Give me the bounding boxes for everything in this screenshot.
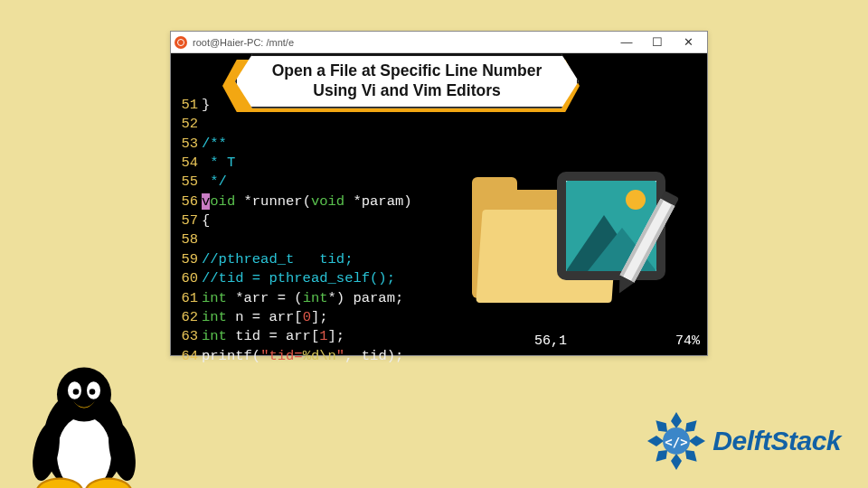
line-number: 60 bbox=[175, 269, 198, 288]
line-number: 52 bbox=[175, 115, 198, 134]
line-content: //tid = pthread_self(); bbox=[202, 269, 395, 288]
line-number: 53 bbox=[175, 135, 198, 154]
cursor-pos: 56,1 bbox=[534, 333, 567, 352]
window-controls: — ☐ ✕ bbox=[611, 33, 703, 52]
line-number: 54 bbox=[175, 154, 198, 173]
maximize-button[interactable]: ☐ bbox=[642, 33, 673, 52]
line-number: 51 bbox=[175, 96, 198, 115]
line-number: 57 bbox=[175, 211, 198, 230]
line-number: 58 bbox=[175, 230, 198, 249]
scroll-pct: 74% bbox=[675, 333, 700, 352]
line-content: { bbox=[202, 211, 210, 230]
headline-line2: Using Vi and Vim Editors bbox=[313, 81, 500, 99]
window-title: root@Haier-PC: /mnt/e bbox=[193, 37, 611, 48]
line-content: void *runner(void *param) bbox=[202, 192, 412, 211]
folder-picture-art bbox=[461, 172, 678, 334]
headline-line1: Open a File at Specific Line Number bbox=[272, 61, 542, 80]
line-content: int n = arr[0]; bbox=[202, 308, 328, 327]
line-content: //pthread_t tid; bbox=[202, 250, 353, 269]
svg-point-2 bbox=[57, 368, 111, 422]
mandala-icon: </> bbox=[646, 410, 707, 472]
line-number: 62 bbox=[175, 308, 198, 327]
line-content: } bbox=[202, 96, 210, 115]
line-content: * T bbox=[202, 154, 235, 173]
line-number: 59 bbox=[175, 250, 198, 269]
line-content: */ bbox=[202, 173, 227, 192]
line-number: 55 bbox=[175, 173, 198, 192]
line-content: int tid = arr[1]; bbox=[202, 327, 344, 346]
brand-name: DelftStack bbox=[712, 426, 841, 456]
svg-text:</>: </> bbox=[665, 435, 688, 449]
delftstack-logo: </> DelftStack bbox=[646, 410, 841, 472]
vim-status: 56,1 74% bbox=[534, 333, 700, 352]
code-line: 53/** bbox=[175, 135, 700, 154]
minimize-button[interactable]: — bbox=[611, 33, 642, 52]
close-button[interactable]: ✕ bbox=[673, 33, 703, 52]
svg-point-5 bbox=[73, 389, 80, 395]
titlebar: root@Haier-PC: /mnt/e — ☐ ✕ bbox=[171, 32, 707, 53]
line-number: 63 bbox=[175, 327, 198, 346]
svg-point-6 bbox=[90, 389, 96, 395]
code-line: 52 bbox=[175, 115, 700, 134]
line-content: /** bbox=[202, 135, 227, 154]
ubuntu-icon bbox=[175, 36, 187, 49]
code-line: 54 * T bbox=[175, 154, 700, 173]
line-number: 64 bbox=[175, 347, 198, 366]
line-content: printf("tid=%d\n", tid); bbox=[202, 347, 403, 366]
line-number: 56 bbox=[175, 192, 198, 211]
line-number: 61 bbox=[175, 289, 198, 308]
line-content: int *arr = (int*) param; bbox=[202, 289, 403, 308]
tux-penguin-icon bbox=[16, 354, 152, 488]
headline-callout: Open a File at Specific Line Number Usin… bbox=[235, 54, 579, 108]
